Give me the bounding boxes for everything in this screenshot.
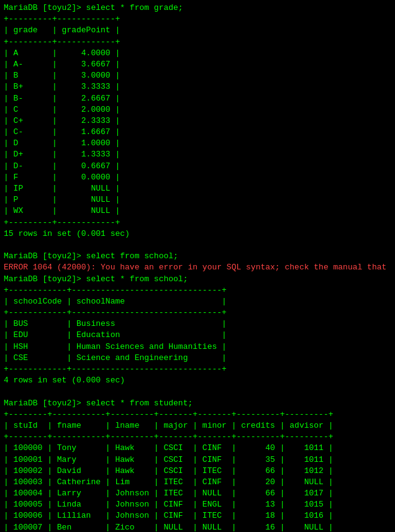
error-line1: ERROR 1064 (42000): You have an error in… bbox=[4, 262, 391, 273]
school-header: | schoolCode | schoolName | bbox=[4, 296, 391, 307]
grade-row: | B+ | 3.3333 | bbox=[4, 81, 391, 92]
school-row: | HSH | Human Sciences and Humanities | bbox=[4, 341, 391, 353]
school-top-divider: +------------+--------------------------… bbox=[4, 285, 391, 296]
student-row: | 100005 | Linda | Johnson | CINF | ENGL… bbox=[4, 499, 391, 510]
grade-row: | B | 3.0000 | bbox=[4, 70, 391, 81]
student-top-divider: +--------+-----------+---------+-------+… bbox=[4, 409, 391, 420]
student-header: | stuId | fname | lname | major | minor … bbox=[4, 420, 391, 431]
grade-bottom-divider: +---------+------------+ bbox=[4, 217, 391, 228]
grade-summary: 15 rows in set (0.001 sec) bbox=[4, 228, 391, 240]
grade-header: | grade | gradePoint | bbox=[4, 25, 391, 36]
school-summary: 4 rows in set (0.000 sec) bbox=[4, 375, 391, 386]
student-header-divider: +--------+-----------+---------+-------+… bbox=[4, 431, 391, 443]
student-row: | 100004 | Larry | Johnson | ITEC | NULL… bbox=[4, 488, 391, 499]
grade-row: | D | 1.0000 | bbox=[4, 138, 391, 149]
grade-row: | A- | 3.6667 | bbox=[4, 59, 391, 70]
student-row: | 100002 | David | Hawk | CSCI | ITEC | … bbox=[4, 466, 391, 477]
grade-row: | C | 2.0000 | bbox=[4, 104, 391, 115]
grade-row: | C+ | 2.3333 | bbox=[4, 115, 391, 127]
blank1 bbox=[4, 240, 391, 251]
grade-row: | D- | 0.6667 | bbox=[4, 161, 391, 172]
blank2 bbox=[4, 386, 391, 397]
grade-row: | P | NULL | bbox=[4, 194, 391, 205]
grade-row: | WX | NULL | bbox=[4, 205, 391, 217]
school-bottom-divider: +------------+--------------------------… bbox=[4, 364, 391, 375]
student-row: | 100006 | Lillian | Johnson | CINF | IT… bbox=[4, 510, 391, 521]
grade-row: | A | 4.0000 | bbox=[4, 48, 391, 59]
prompt-school: MariaDB [toyu2]> select * from school; bbox=[4, 274, 391, 285]
prompt-school-error: MariaDB [toyu2]> select from school; bbox=[4, 251, 391, 262]
student-row: | 100000 | Tony | Hawk | CSCI | CINF | 4… bbox=[4, 443, 391, 454]
student-row: | 100001 | Mary | Hawk | CSCI | CINF | 3… bbox=[4, 454, 391, 466]
prompt-student: MariaDB [toyu2]> select * from student; bbox=[4, 398, 391, 409]
grade-top-divider: +---------+------------+ bbox=[4, 14, 391, 25]
school-row: | BUS | Business | bbox=[4, 318, 391, 330]
grade-row: | C- | 1.6667 | bbox=[4, 127, 391, 138]
student-row: | 100003 | Catherine | Lim | ITEC | CINF… bbox=[4, 477, 391, 488]
school-row: | EDU | Education | bbox=[4, 330, 391, 341]
grade-row: | F | 0.0000 | bbox=[4, 172, 391, 183]
grade-row: | B- | 2.6667 | bbox=[4, 93, 391, 104]
grade-row: | D+ | 1.3333 | bbox=[4, 149, 391, 160]
school-row: | CSE | Science and Engineering | bbox=[4, 353, 391, 364]
school-header-divider: +------------+--------------------------… bbox=[4, 307, 391, 318]
prompt-grade: MariaDB [toyu2]> select * from grade; bbox=[4, 2, 391, 14]
grade-header-divider: +---------+------------+ bbox=[4, 37, 391, 48]
grade-row: | IP | NULL | bbox=[4, 183, 391, 194]
student-row: | 100007 | Ben | Zico | NULL | NULL | 16… bbox=[4, 522, 391, 532]
